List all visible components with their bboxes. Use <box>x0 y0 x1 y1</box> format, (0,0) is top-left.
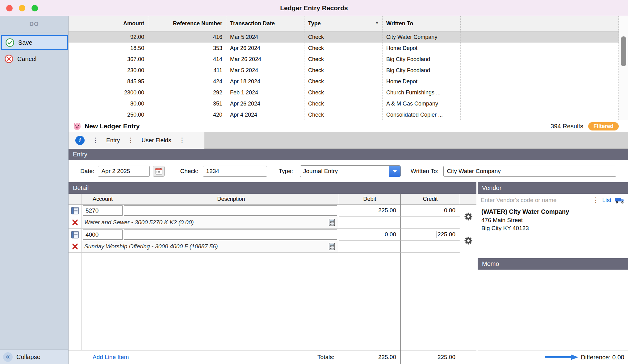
save-button-label: Save <box>18 39 32 46</box>
collapse-label: Collapse <box>16 354 40 361</box>
cell-reference: 416 <box>148 31 226 43</box>
ledger-records-table: Amount Reference Number Transaction Date… <box>69 16 619 120</box>
column-header-written-to[interactable]: Written To <box>383 16 461 31</box>
x-circle-icon <box>5 55 13 63</box>
toolbar: i ⋮ Entry ⋮ User Fields ⋮ <box>69 132 628 149</box>
description-field[interactable] <box>124 229 339 241</box>
credit-cell[interactable]: 0.00 <box>401 205 460 217</box>
truck-icon[interactable] <box>614 196 625 204</box>
vendor-section-title: Vendor <box>482 184 501 192</box>
description-field[interactable] <box>124 205 339 217</box>
description-value[interactable] <box>124 230 337 240</box>
entry-section-title: Entry <box>73 151 87 158</box>
cell-reference: 292 <box>148 87 226 98</box>
vendor-info: (WATER) City Water Company 476 Main Stre… <box>478 206 628 234</box>
cell-date: Mar 5 2024 <box>226 65 304 76</box>
piggy-bank-icon <box>73 122 82 130</box>
cell-type: Check <box>304 98 383 109</box>
date-input[interactable] <box>98 166 150 177</box>
line-options-button[interactable] <box>460 229 476 253</box>
cell-date: Mar 5 2024 <box>226 31 304 43</box>
cell-type: Check <box>304 87 383 98</box>
window-title: Ledger Entry Records <box>280 4 348 12</box>
gear-icon <box>464 212 473 221</box>
collapse-sidebar-button[interactable]: « Collapse <box>0 350 68 364</box>
vendor-address-line1: 476 Main Street <box>481 216 624 224</box>
calculator-button[interactable] <box>329 243 335 250</box>
cell-amount: 230.00 <box>69 65 148 76</box>
column-header-amount[interactable]: Amount <box>69 16 148 31</box>
cell-amount: 367.00 <box>69 54 148 65</box>
account-value[interactable]: 5270 <box>83 205 123 216</box>
date-label: Date: <box>80 168 94 175</box>
scrollbar-thumb[interactable] <box>621 36 626 66</box>
calculator-button[interactable] <box>329 219 335 226</box>
detail-header-description: Description <box>124 194 339 205</box>
vendor-search-input[interactable] <box>481 197 589 204</box>
account-field[interactable]: 5270 <box>82 205 124 217</box>
debit-empty-cell <box>339 217 401 229</box>
line-options-button[interactable] <box>460 205 476 229</box>
drag-handle-icon[interactable]: ⋮ <box>127 137 134 144</box>
calendar-button[interactable] <box>153 166 165 177</box>
type-select[interactable]: Journal Entry <box>300 165 401 177</box>
check-circle-icon <box>6 38 14 47</box>
cell-empty <box>461 76 619 87</box>
calculator-icon <box>329 243 335 250</box>
cell-written-to: A & M Gas Company <box>383 98 461 109</box>
info-icon[interactable]: i <box>75 136 85 145</box>
drag-handle-icon[interactable]: ⋮ <box>592 197 599 204</box>
column-header-reference-number[interactable]: Reference Number <box>148 16 226 31</box>
cell-date: Feb 1 2024 <box>226 87 304 98</box>
cell-empty <box>461 87 619 98</box>
detail-panel: Detail Account Description Debit Credit … <box>69 182 476 364</box>
blue-arrow-icon <box>544 354 578 361</box>
filtered-badge[interactable]: Filtered <box>588 122 619 130</box>
entry-form: Date: Check: Type: Journal Entry Written… <box>69 160 628 182</box>
written-to-input[interactable] <box>443 166 616 177</box>
account-value[interactable]: 4000 <box>83 230 123 240</box>
drag-handle-icon[interactable]: ⋮ <box>92 137 99 144</box>
filler-credit-col <box>401 253 460 350</box>
cell-reference: 414 <box>148 54 226 65</box>
account-lookup-icon[interactable] <box>69 229 82 241</box>
drag-handle-icon[interactable]: ⋮ <box>178 137 185 144</box>
cell-amount: 80.00 <box>69 98 148 109</box>
add-line-item-link[interactable]: Add Line Item <box>93 354 129 361</box>
difference-value: Difference: 0.00 <box>581 354 624 361</box>
cancel-button[interactable]: Cancel <box>0 52 68 66</box>
window-titlebar: Ledger Entry Records <box>0 0 628 16</box>
check-number-input[interactable] <box>203 166 267 177</box>
delete-line-button[interactable] <box>69 241 82 253</box>
column-header-transaction-date[interactable]: Transaction Date <box>226 16 304 31</box>
debit-cell[interactable]: 225.00 <box>339 205 401 217</box>
cell-amount: 250.00 <box>69 109 148 120</box>
zoom-window-button[interactable] <box>31 5 38 11</box>
cell-date: Apr 4 2024 <box>226 109 304 120</box>
cell-amount: 845.95 <box>69 76 148 87</box>
tab-user-fields[interactable]: User Fields <box>141 137 171 144</box>
memo-textarea[interactable] <box>478 270 628 350</box>
column-header-type[interactable]: Type ^ <box>304 16 383 31</box>
close-window-button[interactable] <box>6 5 13 11</box>
written-to-label: Written To: <box>411 168 438 175</box>
vendor-list-link[interactable]: List <box>602 197 611 204</box>
dropdown-button[interactable] <box>389 166 400 177</box>
credit-value: 225.00 <box>438 231 455 238</box>
minimize-window-button[interactable] <box>19 5 25 11</box>
entry-section-header: Entry <box>69 149 628 160</box>
credit-empty-cell <box>401 217 460 229</box>
vertical-scrollbar[interactable] <box>619 16 628 120</box>
detail-section-title: Detail <box>73 184 89 192</box>
delete-line-button[interactable] <box>69 217 82 229</box>
save-button[interactable]: Save <box>1 35 68 50</box>
debit-cell[interactable]: 0.00 <box>339 229 401 241</box>
sidebar: DO Save Cancel « Collapse <box>0 16 69 364</box>
credit-cell[interactable]: 225.00 <box>401 229 460 241</box>
tab-entry[interactable]: Entry <box>106 137 120 144</box>
column-header-type-label: Type <box>308 20 321 27</box>
totals-gear-col <box>460 350 476 364</box>
account-lookup-icon[interactable] <box>69 205 82 217</box>
account-field[interactable]: 4000 <box>82 229 124 241</box>
description-value[interactable] <box>124 205 337 216</box>
